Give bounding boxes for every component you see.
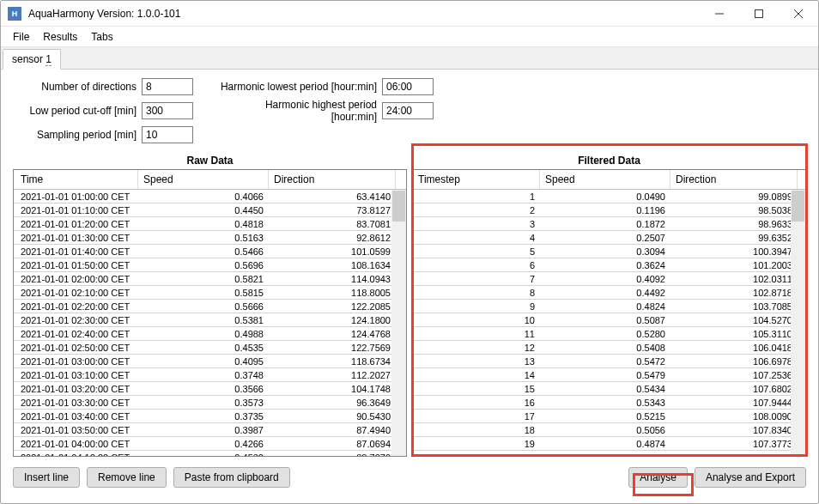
table-cell: 87.0694 [269, 439, 396, 449]
table-row[interactable]: 2021-01-01 02:50:00 CET0.4535122.7569 [14, 341, 406, 355]
table-cell: 18 [413, 425, 540, 435]
filtered-header-direction[interactable]: Direction [670, 170, 798, 189]
table-cell: 2021-01-01 01:50:00 CET [14, 260, 138, 270]
menu-results[interactable]: Results [38, 29, 82, 45]
table-cell: 0.4266 [138, 439, 269, 449]
window-title: AquaHarmony Version: 1.0.0-101 [28, 8, 700, 20]
table-cell: 0.3987 [138, 425, 269, 435]
table-row[interactable]: 2021-01-01 02:40:00 CET0.4988124.4768 [14, 327, 406, 341]
table-row[interactable]: 120.5408106.0418 [413, 341, 805, 355]
table-cell: 0.5434 [540, 384, 670, 394]
filtered-header-timestep[interactable]: Timestep [413, 170, 540, 189]
table-cell: 0.5472 [540, 356, 670, 367]
paste-clipboard-button[interactable]: Paste from clipboard [173, 467, 290, 488]
num-directions-input[interactable] [142, 78, 193, 95]
table-row[interactable]: 190.4874107.3773 [413, 437, 805, 451]
table-row[interactable]: 2021-01-01 03:40:00 CET0.373590.5430 [14, 410, 406, 423]
table-row[interactable]: 2021-01-01 01:50:00 CET0.5696108.1634 [14, 258, 406, 272]
raw-header-speed[interactable]: Speed [138, 170, 269, 189]
table-row[interactable]: 30.187298.9633 [413, 217, 805, 231]
table-cell: 106.0418 [670, 343, 798, 353]
filtered-data-title: Filtered Data [412, 152, 806, 169]
table-row[interactable]: 2021-01-01 03:10:00 CET0.3748112.2027 [14, 368, 406, 382]
table-row[interactable]: 50.3094100.3947 [413, 245, 805, 258]
close-button[interactable] [779, 1, 818, 27]
table-row[interactable]: 130.5472106.6978 [413, 355, 805, 368]
table-row[interactable]: 180.5056107.8340 [413, 423, 805, 437]
raw-header-direction[interactable]: Direction [269, 170, 396, 189]
remove-line-button[interactable]: Remove line [87, 467, 167, 488]
table-row[interactable]: 60.3624101.2003 [413, 258, 805, 272]
sampling-input[interactable] [142, 126, 193, 143]
table-row[interactable]: 2021-01-01 01:30:00 CET0.516392.8612 [14, 231, 406, 245]
sampling-label: Sampling period [min] [13, 129, 142, 141]
minimize-button[interactable] [700, 1, 739, 27]
table-cell: 0.5343 [540, 398, 670, 408]
table-row[interactable]: 2021-01-01 01:40:00 CET0.5466101.0599 [14, 245, 406, 258]
harmonic-low-input[interactable] [382, 78, 434, 95]
table-row[interactable]: 2021-01-01 02:30:00 CET0.5381124.1800 [14, 313, 406, 327]
low-period-input[interactable] [142, 102, 193, 119]
table-row[interactable]: 70.4092102.0311 [413, 272, 805, 286]
table-row[interactable]: 2021-01-01 02:00:00 CET0.5821114.0943 [14, 272, 406, 286]
raw-scrollbar[interactable] [391, 190, 406, 456]
table-row[interactable]: 170.5215108.0090 [413, 410, 805, 423]
table-row[interactable]: 2021-01-01 01:00:00 CET0.406663.4140 [14, 190, 406, 203]
table-row[interactable]: 2021-01-01 03:30:00 CET0.357396.3649 [14, 396, 406, 410]
table-cell: 3 [413, 219, 540, 229]
table-row[interactable]: 110.5280105.3110 [413, 327, 805, 341]
table-row[interactable]: 2021-01-01 03:50:00 CET0.398787.4940 [14, 423, 406, 437]
table-cell: 107.9444 [670, 398, 798, 408]
filtered-data-table: Timestep Speed Direction 10.049099.08992… [412, 169, 806, 457]
table-row[interactable]: 140.5479107.2536 [413, 368, 805, 382]
table-row[interactable]: 2021-01-01 04:00:00 CET0.426687.0694 [14, 437, 406, 451]
table-cell: 2021-01-01 04:10:00 CET [14, 452, 138, 457]
raw-data-title: Raw Data [13, 152, 407, 169]
analyse-export-button[interactable]: Analyse and Export [695, 467, 806, 488]
filtered-scrollbar[interactable] [791, 190, 805, 456]
table-cell: 0.5815 [138, 288, 269, 298]
table-cell: 118.8005 [269, 288, 396, 298]
table-cell: 13 [413, 356, 540, 367]
table-row[interactable]: 100.5087104.5270 [413, 313, 805, 327]
table-row[interactable]: 40.250799.6352 [413, 231, 805, 245]
table-row[interactable]: 200.4677106.5977 [413, 451, 805, 456]
table-row[interactable]: 2021-01-01 03:20:00 CET0.3566104.1748 [14, 382, 406, 396]
table-cell: 0.3748 [138, 370, 269, 380]
tab-sensor-1[interactable]: sensor 1 [3, 49, 61, 70]
table-cell: 2021-01-01 03:50:00 CET [14, 425, 138, 435]
table-row[interactable]: 2021-01-01 02:20:00 CET0.5666122.2085 [14, 300, 406, 313]
table-cell: 0.4095 [138, 356, 269, 367]
table-cell: 0.5408 [540, 343, 670, 353]
harmonic-high-input[interactable] [382, 102, 434, 119]
table-row[interactable]: 2021-01-01 03:00:00 CET0.4095118.6734 [14, 355, 406, 368]
table-cell: 112.2027 [269, 370, 396, 380]
table-row[interactable]: 10.049099.0899 [413, 190, 805, 203]
table-row[interactable]: 2021-01-01 04:10:00 CET0.453288.7079 [14, 451, 406, 456]
table-row[interactable]: 20.119698.5038 [413, 203, 805, 217]
maximize-button[interactable] [739, 1, 779, 27]
table-row[interactable]: 2021-01-01 01:10:00 CET0.445073.8127 [14, 203, 406, 217]
table-cell: 102.8718 [670, 288, 798, 298]
menu-file[interactable]: File [8, 29, 34, 45]
table-row[interactable]: 150.5434107.6802 [413, 382, 805, 396]
analyse-button[interactable]: Analyse [628, 467, 688, 488]
table-cell: 92.8612 [269, 233, 396, 243]
table-cell: 0.4874 [540, 439, 670, 449]
table-row[interactable]: 90.4824103.7085 [413, 300, 805, 313]
table-row[interactable]: 80.4492102.8718 [413, 286, 805, 300]
menu-tabs[interactable]: Tabs [86, 29, 118, 45]
filtered-scrollbar-thumb[interactable] [792, 191, 804, 222]
raw-scrollbar-thumb[interactable] [392, 191, 405, 222]
table-row[interactable]: 160.5343107.9444 [413, 396, 805, 410]
table-row[interactable]: 2021-01-01 02:10:00 CET0.5815118.8005 [14, 286, 406, 300]
table-cell: 2 [413, 205, 540, 216]
table-cell: 63.4140 [269, 191, 396, 202]
table-cell: 2021-01-01 01:00:00 CET [14, 191, 138, 202]
table-row[interactable]: 2021-01-01 01:20:00 CET0.481883.7081 [14, 217, 406, 231]
raw-header-time[interactable]: Time [14, 170, 138, 189]
table-cell: 90.5430 [269, 411, 396, 422]
table-cell: 100.3947 [670, 246, 798, 257]
filtered-header-speed[interactable]: Speed [540, 170, 670, 189]
insert-line-button[interactable]: Insert line [13, 467, 80, 488]
